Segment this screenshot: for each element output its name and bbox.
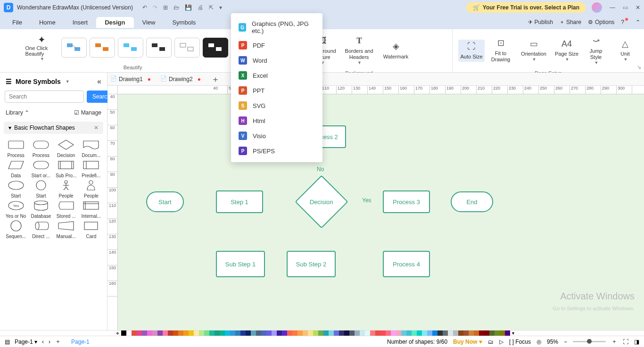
buy-now-link[interactable]: Buy Now ♥ xyxy=(453,339,482,345)
color-swatch[interactable] xyxy=(391,330,396,336)
color-swatch[interactable] xyxy=(334,330,339,336)
color-swatch[interactable] xyxy=(448,330,453,336)
tab-home[interactable]: Home xyxy=(31,17,64,28)
color-swatch[interactable] xyxy=(209,330,215,336)
color-swatch[interactable] xyxy=(370,330,375,336)
color-swatch[interactable] xyxy=(375,330,380,336)
zoom-in-icon[interactable]: ＋ xyxy=(611,338,617,346)
theme-preset-1[interactable] xyxy=(61,38,87,58)
color-swatch[interactable] xyxy=(495,330,500,336)
focus-button[interactable]: [⁠ ] Focus xyxy=(509,339,531,345)
doc-tab-1[interactable]: Drawing1● xyxy=(107,74,157,84)
undo-icon[interactable]: ↶ xyxy=(142,4,147,11)
tab-symbols[interactable]: Symbols xyxy=(164,17,204,28)
orientation-button[interactable]: ▭Orientation▼ xyxy=(517,37,551,65)
panel-toggle-icon[interactable]: ◨ xyxy=(634,339,639,345)
color-swatch[interactable] xyxy=(204,330,209,336)
color-swatch[interactable] xyxy=(189,330,194,336)
new-tab-button[interactable]: ＋ xyxy=(211,74,220,85)
color-swatch[interactable] xyxy=(474,330,479,336)
tab-insert[interactable]: Insert xyxy=(64,17,97,28)
color-swatch[interactable] xyxy=(438,330,443,336)
export-pdf-item[interactable]: PPDF xyxy=(231,38,322,53)
jump-style-button[interactable]: ⤻Jump Style▼ xyxy=(583,34,609,67)
export-ppt-item[interactable]: PPPT xyxy=(231,83,322,98)
export-word-item[interactable]: WWord xyxy=(231,53,322,68)
color-swatch[interactable] xyxy=(344,330,349,336)
color-swatch[interactable] xyxy=(272,330,277,336)
color-swatch[interactable] xyxy=(458,330,463,336)
color-swatch[interactable] xyxy=(396,330,401,336)
color-swatch[interactable] xyxy=(178,330,183,336)
user-avatar-icon[interactable] xyxy=(592,2,602,13)
color-swatch[interactable] xyxy=(500,330,505,336)
color-swatch[interactable] xyxy=(329,330,334,336)
color-swatch[interactable] xyxy=(303,330,308,336)
color-swatch[interactable] xyxy=(313,330,318,336)
color-swatch[interactable] xyxy=(339,330,344,336)
color-swatch[interactable] xyxy=(386,330,391,336)
shape-item[interactable]: Card xyxy=(79,220,103,239)
next-page-icon[interactable]: › xyxy=(49,339,50,345)
color-swatch[interactable] xyxy=(137,330,142,336)
color-swatch[interactable] xyxy=(277,330,282,336)
theme-preset-2[interactable] xyxy=(90,38,115,58)
color-swatch[interactable] xyxy=(266,330,272,336)
tab-design[interactable]: Design xyxy=(96,17,133,28)
color-swatch[interactable] xyxy=(240,330,246,336)
color-swatch[interactable] xyxy=(489,330,495,336)
color-swatch[interactable] xyxy=(246,330,251,336)
theme-preset-5[interactable] xyxy=(174,38,200,58)
prev-page-icon[interactable]: ‹ xyxy=(42,339,44,345)
trial-banner[interactable]: 🛒 Your Free Trial is over. Select a Plan xyxy=(466,2,586,13)
color-swatch[interactable] xyxy=(183,330,189,336)
color-swatch[interactable] xyxy=(194,330,199,336)
shape-item[interactable]: Database xyxy=(29,199,53,219)
shape-item[interactable]: Direct ... xyxy=(29,220,53,239)
color-swatch[interactable] xyxy=(292,330,297,336)
color-swatch[interactable] xyxy=(152,330,157,336)
color-swatch[interactable] xyxy=(147,330,152,336)
panel-collapse-icon[interactable]: « xyxy=(97,77,101,86)
page-link[interactable]: Page-1 xyxy=(71,339,90,345)
page-size-button[interactable]: A4Page Size▼ xyxy=(553,37,580,65)
color-swatch[interactable] xyxy=(380,330,386,336)
shape-item[interactable]: Manual... xyxy=(54,220,78,239)
shape-item[interactable]: Start xyxy=(4,179,28,198)
borders-headers-button[interactable]: 𝐓Borders and Headers▼ xyxy=(342,34,376,67)
color-swatch[interactable] xyxy=(132,330,137,336)
more-symbols-header[interactable]: More Symbols xyxy=(16,78,61,85)
qat-customize-icon[interactable]: ▾ xyxy=(219,4,222,11)
tab-file[interactable]: File xyxy=(4,17,31,28)
shape-item[interactable]: YesYes or No xyxy=(4,199,28,219)
symbol-search-input[interactable] xyxy=(5,91,84,103)
node-end[interactable]: End xyxy=(451,191,493,212)
color-swatch[interactable] xyxy=(199,330,204,336)
tab-view[interactable]: View xyxy=(134,17,164,28)
present-icon[interactable]: ▷ xyxy=(499,339,504,345)
hamburger-icon[interactable]: ☰ xyxy=(6,78,12,85)
color-swatch[interactable] xyxy=(256,330,261,336)
watermark-button[interactable]: ◈Watermark xyxy=(379,40,413,62)
color-swatch[interactable] xyxy=(168,330,173,336)
color-swatch[interactable] xyxy=(479,330,484,336)
node-process4[interactable]: Process 4 xyxy=(383,251,430,277)
export-graphics-item[interactable]: GGraphics (PNG, JPG etc.) xyxy=(231,17,322,38)
shape-item[interactable]: Docum... xyxy=(79,139,103,158)
shape-item[interactable]: Process xyxy=(4,139,28,158)
color-swatch[interactable] xyxy=(406,330,412,336)
node-substep2[interactable]: Sub Step 2 xyxy=(287,251,336,277)
node-step1[interactable]: Step 1 xyxy=(216,190,263,213)
auto-size-button[interactable]: ⛶Auto Size xyxy=(458,40,485,62)
color-swatch[interactable] xyxy=(469,330,474,336)
color-swatch[interactable] xyxy=(287,330,292,336)
layers-icon[interactable]: 🗂 xyxy=(488,339,494,345)
color-swatch[interactable] xyxy=(220,330,225,336)
color-swatch[interactable] xyxy=(308,330,313,336)
collapse-ribbon-icon[interactable]: ⌃ xyxy=(636,19,640,25)
color-swatch[interactable] xyxy=(318,330,323,336)
page-selector[interactable]: Page-1 ▾ xyxy=(15,339,37,345)
color-swatch[interactable] xyxy=(453,330,458,336)
color-swatch[interactable] xyxy=(225,330,230,336)
section-basic-flowchart[interactable]: ▾Basic Flowchart Shapes✕ xyxy=(4,122,103,134)
